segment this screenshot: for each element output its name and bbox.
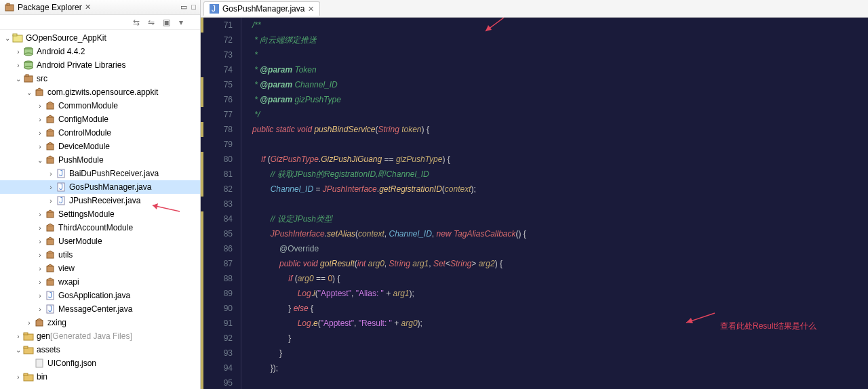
java-icon: J <box>45 304 56 314</box>
lib-icon <box>23 46 34 57</box>
tab-close-icon[interactable]: ✕ <box>308 5 314 14</box>
tree-item[interactable]: ›bin <box>0 370 200 384</box>
svg-rect-1 <box>7 3 9 5</box>
folder-icon <box>23 344 34 355</box>
svg-marker-45 <box>486 25 492 31</box>
svg-rect-28 <box>47 266 54 272</box>
svg-rect-25 <box>47 226 54 231</box>
tree-item[interactable]: ›zxing <box>0 316 200 329</box>
tree-item-label: Android 4.4.2 <box>37 47 85 56</box>
tree-item[interactable]: ›JMessageCenter.java <box>0 302 200 316</box>
tree-item[interactable]: ›JGosApplication.java <box>0 289 200 302</box>
tree-item-label: ConfigModule <box>58 115 108 124</box>
svg-text:J: J <box>59 182 63 192</box>
tree[interactable]: ⌄GOpenSource_AppKit›Android 4.4.2›Androi… <box>0 30 200 389</box>
tree-item-label: UserModule <box>58 237 102 246</box>
focus-icon[interactable]: ▣ <box>161 17 172 28</box>
tree-item-label: JPushReceiver.java <box>69 196 140 205</box>
tree-item-label: ThirdAccountModule <box>58 223 133 232</box>
src-icon <box>23 73 34 84</box>
svg-text:J: J <box>59 169 63 178</box>
svg-text:J: J <box>212 4 216 14</box>
package-icon <box>45 141 56 152</box>
tree-item[interactable]: ›view <box>0 262 200 275</box>
file-icon <box>34 358 45 369</box>
tree-item-label: wxapi <box>58 277 79 287</box>
tree-item[interactable]: ›JJPushReceiver.java <box>0 194 200 207</box>
tree-item[interactable]: ›ThirdAccountModule <box>0 221 200 234</box>
tree-item[interactable]: ›wxapi <box>0 275 200 289</box>
tree-item[interactable]: ›CommonModule <box>0 99 200 112</box>
package-icon <box>45 236 56 247</box>
package-icon <box>34 317 45 328</box>
svg-rect-3 <box>13 34 17 36</box>
tree-item[interactable]: ⌄src <box>0 72 200 85</box>
line-gutter: 7172737475767778798081828384858687888990… <box>201 18 241 389</box>
tree-item-label: DeviceModule <box>58 142 110 151</box>
tree-item[interactable]: ›utils <box>0 248 200 262</box>
tree-item-label: ControlModule <box>58 128 111 138</box>
tree-item-label: CommonModule <box>58 101 118 110</box>
tree-item[interactable]: ›ConfigModule <box>0 112 200 126</box>
tree-item-label: src <box>37 74 47 83</box>
view-title-label: Package Explorer <box>18 3 82 12</box>
package-icon <box>45 277 56 287</box>
tree-item[interactable]: ⌄GOpenSource_AppKit <box>0 31 200 45</box>
svg-text:J: J <box>59 196 63 205</box>
maximize-icon[interactable]: □ <box>191 3 196 12</box>
package-icon <box>45 114 56 125</box>
svg-rect-16 <box>47 144 54 150</box>
tree-item-label: UIConfig.json <box>47 359 96 368</box>
collapse-all-icon[interactable]: ⇆ <box>131 17 142 28</box>
java-file-icon: J <box>210 4 219 14</box>
tree-item[interactable]: ›ControlModule <box>0 126 200 140</box>
tree-item[interactable]: ⌄assets <box>0 343 200 356</box>
tree-item[interactable]: ›SettingsModule <box>0 207 200 221</box>
svg-rect-26 <box>47 239 54 245</box>
tree-item[interactable]: ›UserModule <box>0 234 200 248</box>
tab-label: GosPushManager.java <box>222 4 304 14</box>
svg-rect-11 <box>26 75 28 77</box>
tree-item[interactable]: ›DeviceModule <box>0 140 200 153</box>
tree-item-label: MessageCenter.java <box>58 304 132 314</box>
package-icon <box>45 249 56 260</box>
proj-icon <box>12 33 23 43</box>
tree-item[interactable]: ⌄PushModule <box>0 153 200 167</box>
svg-rect-15 <box>47 131 54 136</box>
svg-rect-14 <box>47 117 54 123</box>
tree-item-label: utils <box>58 250 73 260</box>
tree-item[interactable]: ›JBaiDuPushReceiver.java <box>0 167 200 180</box>
code-editor[interactable]: 7172737475767778798081828384858687888990… <box>201 18 868 389</box>
svg-text:J: J <box>48 291 52 300</box>
java-icon: J <box>56 195 66 206</box>
svg-rect-24 <box>47 212 54 218</box>
editor-tabs: J GosPushManager.java ✕ <box>201 0 868 18</box>
tree-item[interactable]: ⌄com.gizwits.opensource.appkit <box>0 85 200 99</box>
package-icon <box>45 127 56 138</box>
tree-item[interactable]: ›Android Private Libraries <box>0 58 200 72</box>
java-icon: J <box>56 182 66 192</box>
tree-item-label: gen <box>37 331 50 341</box>
link-editor-icon[interactable]: ⇋ <box>146 17 157 28</box>
svg-rect-29 <box>47 280 54 285</box>
tree-item[interactable]: ›gen [Generated Java Files] <box>0 329 200 343</box>
tree-item[interactable]: ›JGosPushManager.java <box>0 180 200 194</box>
tree-item-label: Android Private Libraries <box>37 60 125 70</box>
svg-rect-39 <box>36 359 43 367</box>
lib-icon <box>23 60 34 70</box>
editor-tab-active[interactable]: J GosPushManager.java ✕ <box>203 1 320 16</box>
view-tab-close[interactable]: ✕ <box>85 3 91 12</box>
package-icon <box>45 263 56 274</box>
minimize-icon[interactable]: ▭ <box>180 3 187 12</box>
java-icon: J <box>45 290 56 301</box>
code-body[interactable]: /** * 向云端绑定推送 * * @param Token * @param … <box>241 18 868 389</box>
svg-rect-17 <box>47 158 54 163</box>
tree-item-label: BaiDuPushReceiver.java <box>69 169 159 178</box>
view-menu-icon[interactable]: ▾ <box>176 17 186 28</box>
tree-item-label: bin <box>37 372 47 382</box>
tree-item-label: com.gizwits.opensource.appkit <box>47 87 158 97</box>
package-icon <box>45 100 56 111</box>
tree-item[interactable]: ›Android 4.4.2 <box>0 45 200 58</box>
svg-rect-41 <box>24 373 28 375</box>
tree-item[interactable]: UIConfig.json <box>0 356 200 370</box>
